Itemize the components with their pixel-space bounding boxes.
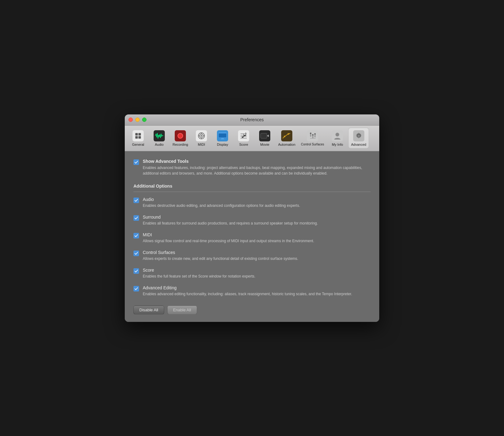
- additional-options-title: Additional Options: [133, 184, 371, 189]
- svg-point-26: [287, 133, 289, 135]
- svg-rect-3: [138, 136, 141, 139]
- surround-option-description: Enables all features for surround audio …: [143, 220, 318, 226]
- footer-buttons: Disable All Enable All: [133, 305, 371, 314]
- tab-general-label: General: [132, 143, 144, 146]
- surround-option: Surround Enables all features for surrou…: [133, 215, 371, 226]
- window-title: Preferences: [240, 117, 263, 122]
- section-divider: [133, 192, 371, 192]
- svg-point-6: [200, 135, 202, 137]
- checkmark-icon: [134, 198, 138, 202]
- score-option: Score Enables the full feature set of th…: [133, 268, 371, 279]
- show-advanced-title: Show Advanced Tools: [143, 159, 371, 164]
- show-advanced-checkbox[interactable]: [133, 159, 139, 165]
- show-advanced-description: Enables advanced features, including: pr…: [143, 165, 371, 176]
- control-surfaces-checkbox[interactable]: [133, 251, 139, 256]
- show-advanced-tools-section: Show Advanced Tools Enables advanced fea…: [133, 159, 371, 176]
- svg-rect-12: [218, 133, 227, 133]
- tab-audio[interactable]: Audio: [149, 128, 169, 148]
- score-icon: [237, 130, 250, 142]
- tab-advanced-label: Advanced: [351, 143, 366, 146]
- tab-score-label: Score: [239, 143, 248, 146]
- maximize-button[interactable]: [142, 118, 146, 122]
- advanced-editing-option-description: Enables advanced editing functionality, …: [143, 291, 352, 297]
- midi-checkbox[interactable]: [133, 233, 139, 238]
- tab-automation-label: Automation: [278, 143, 295, 146]
- advanced-icon: [353, 130, 365, 142]
- audio-option-description: Enables destructive audio editing, and a…: [143, 203, 300, 208]
- tab-my-info[interactable]: My Info: [327, 128, 348, 148]
- my-info-icon-svg: [333, 131, 342, 140]
- svg-rect-14: [221, 139, 224, 140]
- traffic-lights: [128, 118, 146, 122]
- svg-point-31: [312, 134, 314, 136]
- tab-my-info-label: My Info: [332, 143, 343, 146]
- svg-point-34: [335, 133, 339, 136]
- general-icon: [132, 130, 144, 142]
- checkmark-icon: [134, 160, 138, 164]
- advanced-editing-option: Advanced Editing Enables advanced editin…: [133, 285, 371, 297]
- score-icon-svg: [240, 131, 248, 140]
- svg-point-19: [242, 136, 244, 138]
- audio-option-title: Audio: [143, 197, 300, 202]
- control-surfaces-icon: [306, 130, 319, 142]
- my-info-icon: [331, 130, 344, 142]
- advanced-gear-svg: [354, 131, 363, 140]
- midi-icon: [195, 130, 208, 142]
- score-option-description: Enables the full feature set of the Scor…: [143, 274, 255, 279]
- tab-display[interactable]: Display: [212, 128, 233, 148]
- close-button[interactable]: [128, 118, 133, 122]
- toolbar: General Audio Recording: [125, 126, 379, 151]
- preferences-window: Preferences General: [125, 114, 379, 322]
- tab-recording-label: Recording: [173, 143, 188, 146]
- svg-rect-23: [261, 133, 267, 138]
- tab-audio-label: Audio: [155, 143, 164, 146]
- advanced-editing-checkbox[interactable]: [133, 286, 139, 291]
- control-surfaces-option-title: Control Surfaces: [143, 250, 298, 255]
- svg-rect-11: [218, 133, 227, 138]
- tab-score[interactable]: Score: [233, 128, 254, 148]
- midi-option: MIDI Allows signal flow control and real…: [133, 232, 371, 244]
- advanced-editing-option-text: Advanced Editing Enables advanced editin…: [143, 285, 352, 297]
- midi-icon-svg: [197, 132, 205, 140]
- midi-option-title: MIDI: [143, 232, 314, 237]
- tab-display-label: Display: [217, 143, 228, 146]
- svg-point-30: [310, 133, 312, 134]
- content-area: Show Advanced Tools Enables advanced fea…: [125, 151, 379, 322]
- display-icon-svg: [218, 132, 227, 140]
- tab-movie[interactable]: Movie: [254, 128, 275, 148]
- tab-midi[interactable]: MIDI: [191, 128, 212, 148]
- score-checkbox[interactable]: [133, 268, 139, 274]
- tab-control-surfaces[interactable]: Control Surfaces: [299, 128, 326, 148]
- checkmark-icon: [134, 251, 138, 255]
- svg-rect-1: [138, 133, 141, 136]
- general-icon-svg: [135, 132, 142, 139]
- audio-waveform-svg: [155, 132, 164, 140]
- svg-point-25: [284, 136, 285, 137]
- tab-automation[interactable]: Automation: [276, 128, 298, 148]
- audio-checkbox[interactable]: [133, 198, 139, 203]
- control-surfaces-option-text: Control Surfaces Allows experts to creat…: [143, 250, 298, 261]
- enable-all-button[interactable]: Enable All: [167, 305, 197, 314]
- tab-midi-label: MIDI: [198, 143, 205, 146]
- svg-rect-2: [135, 136, 138, 139]
- control-surfaces-option-description: Allows experts to create new, and edit a…: [143, 256, 298, 261]
- surround-option-text: Surround Enables all features for surrou…: [143, 215, 318, 226]
- control-surfaces-option: Control Surfaces Allows experts to creat…: [133, 250, 371, 261]
- surround-option-title: Surround: [143, 215, 318, 220]
- surround-checkbox[interactable]: [133, 215, 139, 221]
- disable-all-button[interactable]: Disable All: [133, 305, 164, 314]
- audio-option: Audio Enables destructive audio editing,…: [133, 197, 371, 208]
- svg-rect-0: [135, 133, 138, 136]
- midi-option-text: MIDI Allows signal flow control and real…: [143, 232, 314, 244]
- audio-option-text: Audio Enables destructive audio editing,…: [143, 197, 300, 208]
- tab-general[interactable]: General: [128, 128, 148, 148]
- tab-advanced[interactable]: Advanced: [348, 127, 369, 149]
- tab-recording[interactable]: Recording: [170, 128, 191, 148]
- automation-icon-svg: [282, 132, 291, 140]
- score-option-title: Score: [143, 268, 255, 273]
- minimize-button[interactable]: [135, 118, 140, 122]
- control-surfaces-icon-svg: [308, 131, 317, 140]
- midi-option-description: Allows signal flow control and real-time…: [143, 238, 314, 244]
- checkmark-icon: [134, 234, 138, 238]
- advanced-editing-option-title: Advanced Editing: [143, 285, 352, 290]
